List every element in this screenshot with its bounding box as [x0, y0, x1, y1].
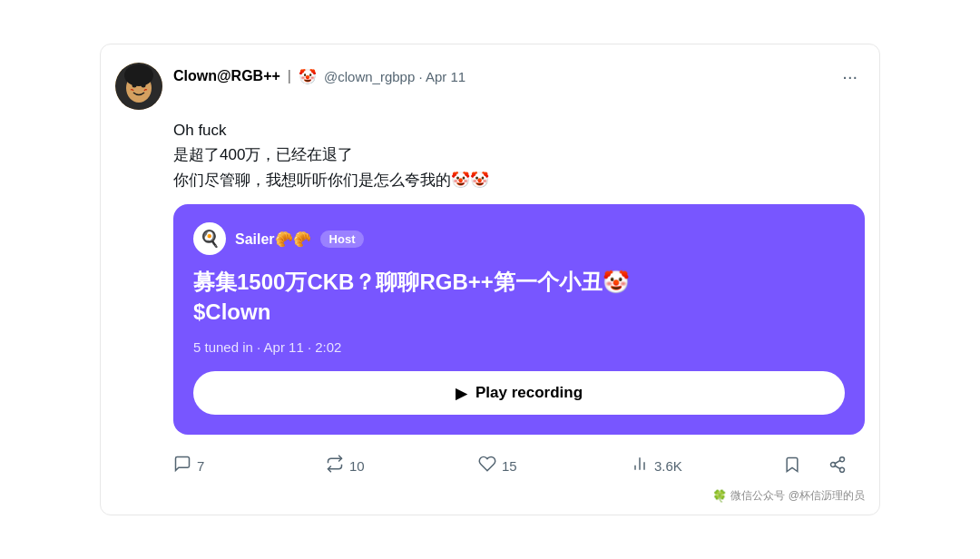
like-icon: [478, 455, 496, 477]
svg-line-12: [835, 461, 840, 464]
like-action[interactable]: 15: [478, 447, 631, 485]
username[interactable]: Clown@RGB++: [173, 68, 280, 84]
svg-point-9: [831, 463, 836, 467]
host-badge: Host: [320, 230, 365, 248]
views-count: 3.6K: [654, 458, 682, 474]
tweet-actions: 7 10 15 3.6: [173, 447, 865, 485]
watermark: 🍀 微信公众号 @杯信沥理的员: [173, 488, 865, 504]
play-icon: ▶: [456, 385, 466, 402]
svg-point-3: [132, 83, 137, 87]
svg-point-2: [124, 64, 153, 86]
svg-point-8: [840, 457, 845, 462]
share-action[interactable]: [819, 448, 865, 484]
share-icon: [828, 456, 847, 476]
retweet-action[interactable]: 10: [326, 447, 478, 485]
avatar[interactable]: [115, 63, 162, 110]
svg-point-4: [142, 83, 146, 87]
bookmark-icon: [783, 456, 801, 476]
more-button[interactable]: ···: [835, 63, 865, 91]
like-count: 15: [502, 458, 517, 474]
clown-emoji: 🤡: [299, 68, 317, 85]
retweet-count: 10: [349, 458, 365, 474]
views-icon: [631, 455, 649, 477]
play-recording-button[interactable]: ▶ Play recording: [193, 371, 845, 415]
wechat-icon: 🍀: [712, 489, 727, 503]
space-title: 募集1500万CKB？聊聊RGB++第一个小丑🤡 $Clown: [193, 268, 845, 327]
host-avatar: 🍳: [193, 222, 226, 255]
handle-date: @clown_rgbpp · Apr 11: [324, 69, 466, 84]
svg-point-10: [840, 467, 845, 472]
host-name: Sailer🥐🥐: [235, 230, 311, 248]
space-meta: 5 tuned in · Apr 11 · 2:02: [193, 339, 845, 355]
comment-action[interactable]: 7: [173, 447, 326, 485]
separator: |: [288, 68, 291, 84]
svg-line-11: [835, 466, 840, 468]
comment-count: 7: [197, 458, 204, 474]
retweet-icon: [326, 455, 344, 477]
bookmark-action[interactable]: [783, 448, 819, 484]
tweet-text: Oh fuck 是超了400万，已经在退了 你们尽管聊，我想听听你们是怎么夸我的…: [173, 119, 865, 192]
space-card: 🍳 Sailer🥐🥐 Host 募集1500万CKB？聊聊RGB++第一个小丑🤡…: [173, 204, 865, 435]
views-action[interactable]: 3.6K: [631, 447, 783, 485]
comment-icon: [173, 455, 191, 477]
